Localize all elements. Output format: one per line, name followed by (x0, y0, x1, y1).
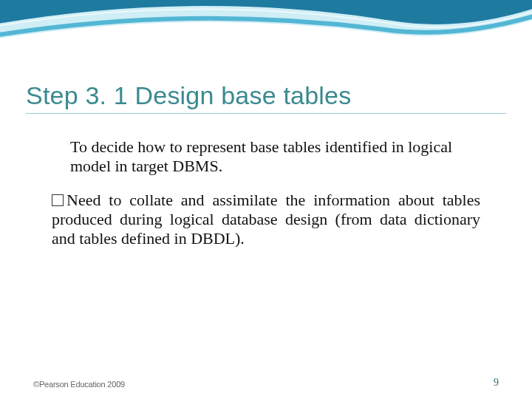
bullet-paragraph: Need to collate and assimilate the infor… (52, 191, 480, 248)
intro-paragraph: To decide how to represent base tables i… (70, 137, 480, 176)
slide-number: 9 (494, 377, 499, 389)
decorative-swoosh (0, 0, 532, 74)
square-bullet-icon (52, 194, 64, 206)
slide-title: Step 3. 1 Design base tables (26, 81, 506, 114)
bullet-text: Need to collate and assimilate the infor… (52, 191, 480, 248)
slide: Step 3. 1 Design base tables To decide h… (0, 0, 532, 399)
slide-body: To decide how to represent base tables i… (70, 137, 480, 248)
footer-copyright: ©Pearson Education 2009 (33, 380, 125, 389)
